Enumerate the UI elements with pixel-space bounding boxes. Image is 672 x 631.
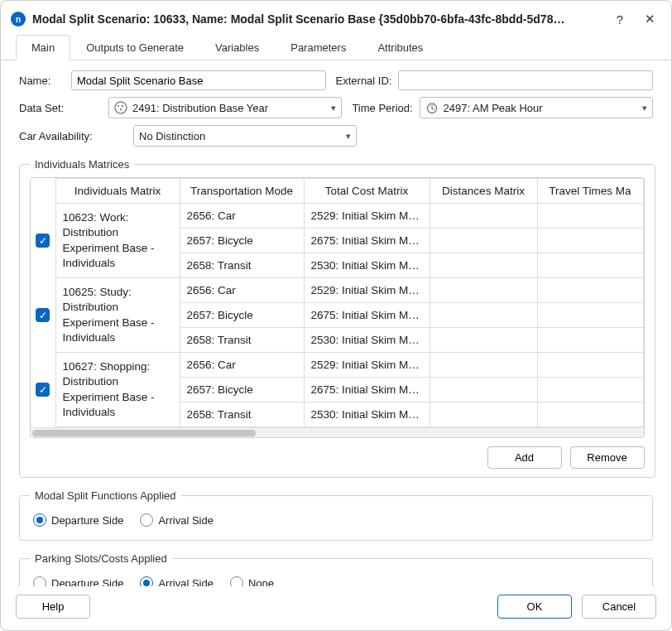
add-button[interactable]: Add — [487, 446, 562, 469]
svg-point-3 — [120, 108, 122, 110]
tabstrip: MainOutputs to GenerateVariablesParamete… — [1, 34, 671, 60]
clock-icon — [425, 101, 439, 114]
modal-split-functions-legend: Modal Split Functions Applied — [30, 489, 181, 502]
help-button[interactable]: ? — [608, 7, 631, 31]
chevron-down-icon: ▾ — [346, 131, 351, 142]
row-checkbox[interactable]: ✓ — [36, 308, 50, 322]
cell-time[interactable] — [537, 229, 643, 253]
msf-radio-departure-side[interactable]: Departure Side — [33, 513, 123, 527]
radio-label: Arrival Side — [158, 514, 213, 527]
cell-cost[interactable]: 2530: Initial Skim M… — [304, 328, 430, 353]
cell-cost[interactable]: 2529: Initial Skim M… — [304, 353, 430, 378]
cell-dist[interactable] — [430, 253, 537, 278]
table-row[interactable]: ✓10623: Work: Distribution Experiment Ba… — [31, 204, 643, 229]
cancel-button[interactable]: Cancel — [582, 595, 656, 619]
data-set-icon — [114, 101, 127, 114]
individuals-matrix-cell[interactable]: 10623: Work: Distribution Experiment Bas… — [55, 204, 180, 278]
cell-mode[interactable]: 2658: Transit — [180, 328, 304, 353]
parking-radio-none[interactable]: None — [230, 576, 274, 586]
cell-cost[interactable]: 2529: Initial Skim M… — [304, 204, 430, 229]
cell-mode[interactable]: 2657: Bicycle — [180, 303, 304, 328]
radio-label: Departure Side — [51, 514, 123, 527]
modal-split-functions-group: Modal Split Functions Applied Departure … — [19, 489, 653, 541]
cell-mode[interactable]: 2656: Car — [180, 353, 304, 378]
col-header: Transportation Mode — [180, 179, 304, 204]
tab-parameters[interactable]: Parameters — [275, 35, 362, 60]
cell-mode[interactable]: 2657: Bicycle — [180, 378, 304, 402]
col-header: Travel Times Ma — [537, 179, 643, 204]
radio-icon — [140, 576, 153, 586]
parking-radio-arrival-side[interactable]: Arrival Side — [140, 576, 213, 586]
time-period-label: Time Period: — [352, 102, 412, 114]
remove-button[interactable]: Remove — [570, 446, 645, 469]
cell-cost[interactable]: 2529: Initial Skim M… — [304, 278, 430, 303]
individuals-matrix-cell[interactable]: 10627: Shopping: Distribution Experiment… — [55, 353, 180, 427]
cell-dist[interactable] — [430, 353, 537, 378]
parking-radio-departure-side[interactable]: Departure Side — [33, 576, 123, 586]
radio-icon — [33, 576, 46, 586]
tab-outputs-to-generate[interactable]: Outputs to Generate — [70, 35, 199, 60]
cell-time[interactable] — [537, 402, 643, 427]
app-icon: n — [11, 12, 26, 26]
radio-icon — [140, 513, 153, 527]
tab-attributes[interactable]: Attributes — [362, 35, 439, 60]
time-period-combo[interactable]: 2497: AM Peak Hour ▾ — [420, 97, 653, 118]
radio-icon — [230, 576, 243, 586]
cell-dist[interactable] — [430, 378, 537, 402]
cell-cost[interactable]: 2675: Initial Skim M… — [304, 229, 430, 253]
time-period-value: 2497: AM Peak Hour — [444, 102, 637, 114]
external-id-input[interactable] — [398, 70, 653, 90]
cell-time[interactable] — [537, 253, 643, 278]
cell-dist[interactable] — [430, 204, 537, 229]
cell-time[interactable] — [537, 303, 643, 328]
cell-mode[interactable]: 2656: Car — [180, 278, 304, 303]
col-header: Individuals Matrix — [55, 179, 180, 204]
cell-cost[interactable]: 2675: Initial Skim M… — [304, 378, 430, 402]
cell-time[interactable] — [537, 328, 643, 353]
help-button-footer[interactable]: Help — [16, 595, 90, 619]
radio-label: None — [248, 577, 274, 587]
tab-variables[interactable]: Variables — [199, 35, 275, 60]
cell-cost[interactable]: 2675: Initial Skim M… — [304, 303, 430, 328]
individuals-matrices-group: Individuals Matrices Individuals MatrixT… — [19, 158, 655, 478]
cell-time[interactable] — [537, 278, 643, 303]
cell-dist[interactable] — [430, 278, 537, 303]
parking-group: Parking Slots/Costs Applied Departure Si… — [19, 552, 653, 586]
row-checkbox[interactable]: ✓ — [36, 234, 50, 248]
svg-point-0 — [115, 102, 127, 113]
window-title: Modal Split Scenario: 10633, Name: Modal… — [32, 12, 602, 26]
data-set-label: Data Set: — [19, 102, 102, 114]
cell-mode[interactable]: 2658: Transit — [180, 402, 304, 427]
cell-dist[interactable] — [430, 229, 537, 253]
msf-radio-arrival-side[interactable]: Arrival Side — [140, 513, 213, 527]
close-button[interactable]: ✕ — [638, 7, 661, 31]
radio-icon — [33, 513, 46, 527]
cell-cost[interactable]: 2530: Initial Skim M… — [304, 402, 430, 427]
tab-main[interactable]: Main — [16, 35, 70, 60]
table-row[interactable]: ✓10625: Study: Distribution Experiment B… — [31, 278, 643, 303]
name-label: Name: — [19, 75, 65, 87]
cell-mode[interactable]: 2657: Bicycle — [180, 229, 304, 253]
cell-time[interactable] — [537, 353, 643, 378]
cell-mode[interactable]: 2656: Car — [180, 204, 304, 229]
car-availability-combo[interactable]: No Distinction ▾ — [133, 125, 357, 147]
chevron-down-icon: ▾ — [642, 103, 647, 113]
individuals-matrix-cell[interactable]: 10625: Study: Distribution Experiment Ba… — [55, 278, 180, 353]
cell-dist[interactable] — [430, 303, 537, 328]
ok-button[interactable]: OK — [497, 595, 572, 619]
cell-dist[interactable] — [430, 328, 537, 353]
cell-mode[interactable]: 2658: Transit — [180, 253, 304, 278]
parking-legend: Parking Slots/Costs Applied — [30, 552, 172, 565]
col-header: Distances Matrix — [430, 179, 537, 204]
table-row[interactable]: ✓10627: Shopping: Distribution Experimen… — [31, 353, 643, 378]
cell-time[interactable] — [537, 204, 643, 229]
cell-time[interactable] — [537, 378, 643, 402]
row-checkbox[interactable]: ✓ — [36, 383, 50, 397]
external-id-label: External ID: — [336, 75, 392, 87]
cell-dist[interactable] — [430, 402, 537, 427]
cell-cost[interactable]: 2530: Initial Skim M… — [304, 253, 430, 278]
scrollbar-thumb[interactable] — [32, 430, 256, 436]
data-set-combo[interactable]: 2491: Distribution Base Year ▾ — [108, 97, 342, 118]
horizontal-scrollbar[interactable] — [31, 427, 644, 437]
name-input[interactable] — [71, 70, 326, 90]
